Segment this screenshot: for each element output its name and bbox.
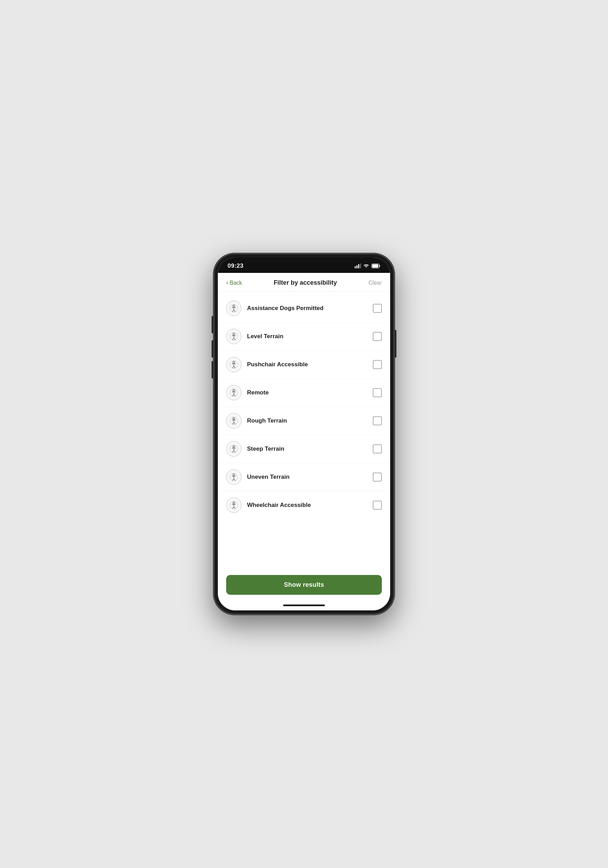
svg-rect-0 (355, 266, 356, 268)
svg-point-14 (233, 418, 235, 420)
status-bar: 09:23 (218, 257, 390, 273)
filter-item-rough-terrain[interactable]: Rough Terrain (218, 407, 390, 435)
clear-button[interactable]: Clear (369, 280, 382, 286)
accessibility-icon-steep-terrain (226, 441, 241, 457)
battery-icon (372, 264, 381, 268)
svg-rect-3 (360, 264, 361, 268)
back-label: Back (230, 280, 242, 286)
home-indicator (218, 602, 390, 611)
filter-list: Assistance Dogs Permitted Level Terrain … (218, 291, 390, 569)
accessibility-icon-uneven-terrain (226, 470, 241, 485)
back-button[interactable]: ‹ Back (226, 279, 242, 287)
filter-label-uneven-terrain: Uneven Terrain (247, 474, 367, 480)
filter-label-pushchair-accessible: Pushchair Accessible (247, 361, 367, 368)
svg-point-10 (233, 361, 235, 364)
back-chevron-icon: ‹ (226, 279, 228, 287)
svg-rect-1 (356, 265, 358, 268)
filter-item-pushchair-accessible[interactable]: Pushchair Accessible (218, 351, 390, 379)
phone-screen: 09:23 (218, 257, 390, 611)
filter-label-steep-terrain: Steep Terrain (247, 445, 367, 453)
checkbox-rough-terrain[interactable] (373, 416, 382, 425)
page-header: ‹ Back Filter by accessibility Clear (218, 273, 390, 291)
checkbox-assistance-dogs[interactable] (373, 304, 382, 313)
phone-frame: 09:23 (214, 253, 394, 615)
accessibility-icon-level-terrain (226, 329, 241, 344)
accessibility-icon-remote (226, 385, 241, 400)
accessibility-icon-wheelchair-accessible (226, 498, 241, 513)
checkbox-remote[interactable] (373, 388, 382, 397)
svg-rect-2 (358, 264, 359, 268)
svg-point-20 (233, 502, 235, 504)
show-results-button[interactable]: Show results (226, 575, 382, 595)
filter-label-remote: Remote (247, 389, 367, 396)
accessibility-icon-assistance-dogs (226, 301, 241, 316)
wifi-icon (363, 264, 369, 268)
checkbox-level-terrain[interactable] (373, 332, 382, 341)
status-time: 09:23 (227, 262, 244, 270)
svg-point-6 (233, 305, 235, 307)
checkbox-pushchair-accessible[interactable] (373, 360, 382, 369)
svg-point-18 (233, 474, 235, 476)
status-icons (355, 264, 381, 268)
checkbox-steep-terrain[interactable] (373, 445, 382, 453)
svg-point-12 (233, 389, 235, 392)
filter-item-uneven-terrain[interactable]: Uneven Terrain (218, 463, 390, 491)
svg-point-8 (233, 333, 235, 335)
filter-item-assistance-dogs[interactable]: Assistance Dogs Permitted (218, 294, 390, 322)
signal-icon (355, 264, 361, 268)
filter-item-remote[interactable]: Remote (218, 379, 390, 407)
filter-item-steep-terrain[interactable]: Steep Terrain (218, 435, 390, 463)
accessibility-icon-rough-terrain (226, 413, 241, 428)
filter-label-wheelchair-accessible: Wheelchair Accessible (247, 502, 367, 508)
filter-item-level-terrain[interactable]: Level Terrain (218, 322, 390, 351)
accessibility-icon-pushchair-accessible (226, 357, 241, 372)
page-title: Filter by accessibility (242, 279, 369, 287)
svg-rect-5 (372, 264, 378, 268)
footer: Show results (218, 569, 390, 602)
checkbox-wheelchair-accessible[interactable] (373, 501, 382, 510)
app-content: ‹ Back Filter by accessibility Clear Ass… (218, 273, 390, 611)
home-bar (283, 604, 325, 606)
filter-label-assistance-dogs: Assistance Dogs Permitted (247, 305, 367, 312)
svg-point-16 (233, 446, 235, 448)
filter-item-wheelchair-accessible[interactable]: Wheelchair Accessible (218, 491, 390, 519)
filter-label-level-terrain: Level Terrain (247, 333, 367, 340)
checkbox-uneven-terrain[interactable] (373, 473, 382, 482)
filter-label-rough-terrain: Rough Terrain (247, 417, 367, 424)
